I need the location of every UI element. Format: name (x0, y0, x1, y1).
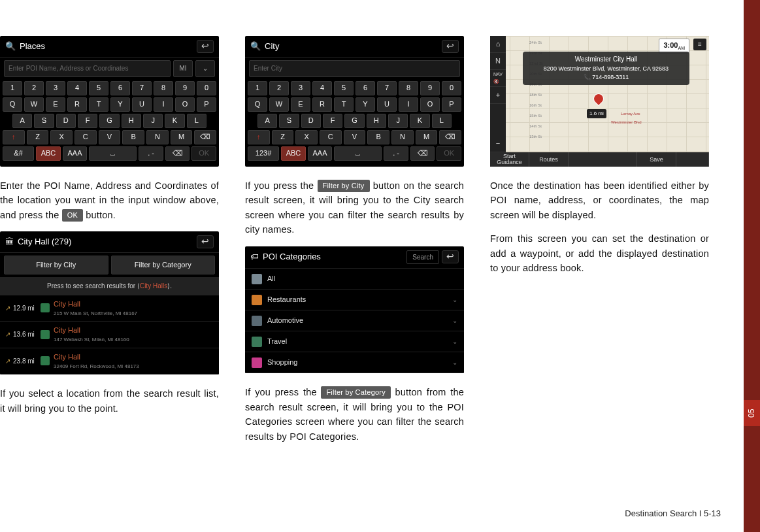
keyboard-key: X (295, 130, 318, 144)
keyboard-key: H (122, 114, 141, 128)
keyboard-key: Q (248, 97, 267, 112)
keyboard-key: F (78, 114, 97, 128)
category-row: Automotive ⌄ (245, 310, 464, 331)
para-set-destination: From this screen you can set the destina… (490, 231, 709, 275)
dropdown-icon: ⌄ (195, 60, 215, 77)
result-distance: 12.9 mi (13, 303, 41, 314)
category-row: All (245, 269, 464, 290)
keyboard-key: 1 (3, 81, 22, 95)
keyboard-key: U (132, 97, 152, 112)
street-label: 16th St (529, 103, 542, 108)
keyboard-key: 4 (67, 81, 87, 95)
menu-icon: ≡ (693, 39, 706, 50)
keyboard-key: 4 (312, 81, 332, 95)
result-address: 215 W Main St, Northville, MI 48167 (54, 310, 214, 318)
result-name: City Hall (54, 352, 214, 363)
routes-button: Routes (529, 152, 569, 167)
result-name: City Hall (54, 299, 214, 310)
list-icon: 🏷 (250, 250, 259, 263)
keyboard-key: ↑ (248, 130, 270, 144)
keyboard-key: M (171, 130, 193, 144)
poi-pin-icon (41, 356, 50, 365)
keyboard-key: U (377, 97, 397, 112)
category-row: Travel ⌄ (245, 331, 464, 352)
chapter-side-tab: 05 (744, 0, 760, 532)
keyboard-key: A (12, 114, 32, 128)
ok-button-inline: OK (62, 209, 83, 222)
keyboard-key: . - (384, 146, 408, 161)
search-icon: 🔍 (250, 40, 261, 53)
street-label: 13th St (529, 134, 542, 140)
search-result-row: ↗ 13.6 mi City Hall 147 Wabash St, Milan… (0, 322, 219, 348)
keyboard-key: D (56, 114, 76, 128)
keyboard-key: A (257, 114, 277, 128)
direction-icon: ↗ (5, 356, 13, 367)
category-icon (252, 316, 262, 326)
keyboard-key: 8 (399, 81, 418, 95)
keyboard-key: I (154, 97, 173, 112)
keyboard-key: G (344, 114, 364, 128)
keyboard-key: N (146, 130, 169, 144)
keyboard-key: G (99, 114, 119, 128)
keyboard-key: X (50, 130, 73, 144)
keyboard-key: O (420, 97, 440, 112)
filter-by-city-button: Filter by City (4, 256, 108, 274)
results-title: City Hall (279) (18, 235, 197, 248)
filter-by-city-inline: Filter by City (318, 180, 370, 192)
keyboard-key: ⌫ (410, 146, 435, 161)
keyboard-key: I (399, 97, 418, 112)
direction-icon: ↗ (5, 303, 13, 314)
keyboard-key: 0 (197, 81, 216, 95)
north-icon: N (490, 53, 506, 70)
street-label: 24th St (529, 40, 542, 46)
para-select-location: If you select a location from the search… (0, 386, 219, 416)
keyboard-key: 3 (46, 81, 65, 95)
nav-icon: NAV🔇 (490, 70, 506, 87)
category-label: Travel (267, 336, 287, 347)
poi-pin-icon (41, 303, 50, 312)
save-button: Save (637, 152, 676, 167)
keyboard-key: ↑ (3, 130, 25, 144)
result-name: City Hall (54, 325, 214, 336)
places-input: Enter POI Name, Address or Coordinates (4, 60, 171, 77)
keyboard-key: 7 (377, 81, 397, 95)
keyboard-key: S (279, 114, 299, 128)
places-search-screenshot: 🔍 Places ↩ Enter POI Name, Address or Co… (0, 36, 219, 167)
map-destination-popup: Westminster City Hall 8200 Westminster B… (523, 52, 689, 85)
units-selector: MI (173, 60, 193, 77)
keyboard-key: AAA (63, 146, 88, 161)
category-icon (252, 337, 262, 347)
keyboard-key: J (143, 114, 163, 128)
keyboard-key: K (410, 114, 429, 128)
keyboard-key: N (391, 130, 414, 144)
keyboard-key: P (197, 97, 216, 112)
results-hint: Press to see search results for ⟨City Ha… (0, 277, 219, 295)
para-map-displayed: Once the destination has been identified… (490, 178, 709, 222)
back-icon: ↩ (442, 250, 459, 263)
back-icon: ↩ (197, 40, 214, 53)
keyboard-key: . - (139, 146, 163, 161)
keyboard-key: OK (437, 146, 461, 161)
result-distance: 13.6 mi (13, 329, 41, 340)
keyboard-key: 5 (334, 81, 354, 95)
keyboard-key: ⎵ (334, 146, 382, 161)
keyboard-key: T (334, 97, 354, 112)
map-bottom-bar: Start Guidance Routes Save (490, 152, 709, 167)
keyboard-key: D (301, 114, 321, 128)
category-label: All (267, 273, 275, 284)
keyboard-key: Z (272, 130, 294, 144)
filter-by-category-inline: Filter by Category (321, 386, 390, 399)
list-icon: 🏛 (5, 235, 14, 248)
keyboard-key: Z (27, 130, 49, 144)
map-distance-badge: 1.6 mi (587, 109, 606, 118)
keyboard-key: F (323, 114, 342, 128)
street-label: 18th St (529, 92, 542, 98)
keyboard-key: 7 (132, 81, 152, 95)
keyboard-key: B (367, 130, 389, 144)
keyboard-key: T (89, 97, 108, 112)
keyboard-key: C (320, 130, 342, 144)
keyboard-key: 9 (175, 81, 195, 95)
zoom-in-icon: + (490, 87, 506, 104)
keyboard-key: R (67, 97, 87, 112)
city-search-screenshot: 🔍 City ↩ Enter City 1234567890 QWERTYUIO… (245, 36, 464, 167)
